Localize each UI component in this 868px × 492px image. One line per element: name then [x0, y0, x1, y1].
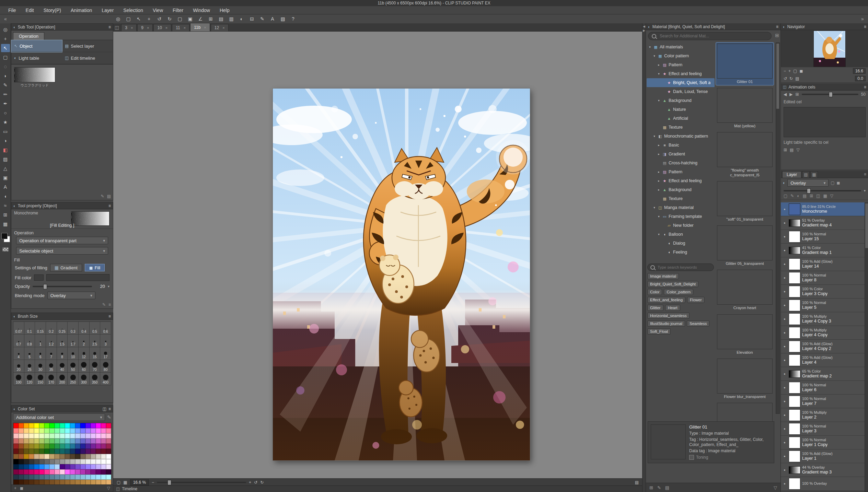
- cel-list-box[interactable]: [784, 107, 866, 137]
- color-swatch[interactable]: [70, 433, 75, 438]
- color-swatch[interactable]: [101, 423, 106, 428]
- visibility-eye-icon[interactable]: [782, 386, 787, 389]
- layer-thumbnail[interactable]: [789, 258, 800, 270]
- color-swatch[interactable]: [13, 454, 19, 459]
- color-swatch[interactable]: [106, 438, 111, 444]
- figure-tool[interactable]: △: [1, 164, 10, 173]
- tree-expand-icon[interactable]: ▾: [657, 233, 661, 236]
- remove-light-table-icon[interactable]: [796, 148, 799, 152]
- color-swatch[interactable]: [65, 438, 70, 444]
- color-swatch[interactable]: [80, 469, 85, 475]
- frame-border-tool[interactable]: ▣: [1, 174, 10, 182]
- visibility-eye-icon[interactable]: [782, 276, 787, 280]
- guide-icon[interactable]: ▥: [227, 15, 235, 23]
- color-swatch[interactable]: [65, 454, 70, 459]
- material-tree-item[interactable]: ▸ Pattern: [647, 60, 715, 69]
- color-swatch[interactable]: [55, 444, 60, 449]
- color-swatch[interactable]: [85, 428, 91, 433]
- brush-size-cell[interactable]: 150: [35, 373, 46, 385]
- navigator-thumbnail[interactable]: [814, 31, 845, 67]
- color-swatch[interactable]: [70, 444, 75, 449]
- visibility-eye-icon[interactable]: [782, 249, 787, 252]
- brush-size-cell[interactable]: 0.4: [79, 322, 89, 334]
- keyword-tag[interactable]: Seamless: [687, 320, 710, 327]
- material-scrollbar[interactable]: [776, 43, 780, 414]
- selection-tool[interactable]: ▢: [1, 53, 10, 61]
- visibility-eye-icon[interactable]: [782, 262, 787, 266]
- layer-scrollbar[interactable]: [865, 202, 868, 492]
- tree-expand-icon[interactable]: ▾: [652, 206, 656, 209]
- visibility-eye-icon[interactable]: [782, 455, 787, 458]
- move-tool[interactable]: +: [1, 35, 10, 43]
- color-swatch[interactable]: [101, 449, 106, 454]
- new-canvas-icon[interactable]: ▢: [124, 15, 132, 23]
- tree-expand-icon[interactable]: ▾: [648, 45, 652, 49]
- color-swatch[interactable]: [96, 454, 101, 459]
- color-swatch[interactable]: [24, 433, 29, 438]
- color-swatch[interactable]: [106, 433, 111, 438]
- undo-icon[interactable]: ↺: [155, 15, 163, 23]
- layer-row[interactable]: 65 % Color Gradient map 2: [781, 367, 865, 381]
- tree-expand-icon[interactable]: ▾: [652, 54, 656, 58]
- color-swatch[interactable]: [60, 433, 65, 438]
- color-swatch[interactable]: [55, 428, 60, 433]
- panel-menu-icon[interactable]: [864, 24, 866, 29]
- color-swatch[interactable]: [13, 433, 19, 438]
- reference-layer-icon[interactable]: [803, 194, 807, 198]
- tab-list-icon[interactable]: [115, 25, 119, 30]
- color-swatch[interactable]: [60, 480, 65, 485]
- color-swatch[interactable]: [106, 444, 111, 449]
- material-tree-item[interactable]: New folder: [647, 221, 715, 230]
- color-swatch[interactable]: [101, 444, 106, 449]
- color-swatch[interactable]: [60, 444, 65, 449]
- brush-size-cell[interactable]: 0.8: [24, 335, 35, 347]
- keyword-tag[interactable]: Glitter: [647, 305, 663, 311]
- nav-rotate-right-icon[interactable]: [789, 76, 793, 81]
- color-swatch[interactable]: [34, 449, 39, 454]
- color-swatch[interactable]: [96, 433, 101, 438]
- subtool-item[interactable]: ◫ Edit timeline: [62, 52, 113, 64]
- brush-size-cell[interactable]: 7: [46, 347, 57, 360]
- color-swatch[interactable]: [49, 449, 55, 454]
- color-swatch[interactable]: [85, 454, 91, 459]
- brush-size-cell[interactable]: 0.25: [57, 322, 68, 334]
- color-swatch[interactable]: [24, 444, 29, 449]
- edit-tool-settings-icon[interactable]: [102, 302, 106, 307]
- color-swatch[interactable]: [44, 423, 49, 428]
- zoom-readout[interactable]: 16.6 %: [130, 479, 149, 485]
- collapse-right-icon[interactable]: [857, 16, 868, 22]
- color-swatch[interactable]: [34, 454, 39, 459]
- color-swatch[interactable]: [96, 459, 101, 464]
- layer-thumbnail[interactable]: [789, 354, 800, 366]
- color-swatch[interactable]: [60, 454, 65, 459]
- color-swatch[interactable]: [80, 454, 85, 459]
- color-swatch[interactable]: [49, 459, 55, 464]
- color-swatch[interactable]: [91, 433, 96, 438]
- color-swatch[interactable]: [65, 459, 70, 464]
- color-swatch[interactable]: [39, 449, 44, 454]
- nav-fit-icon[interactable]: [793, 69, 797, 73]
- visibility-eye-icon[interactable]: [782, 427, 787, 431]
- color-swatch[interactable]: [29, 464, 34, 469]
- onion-skin-icon[interactable]: ⊟: [248, 15, 256, 23]
- color-swatch[interactable]: [96, 444, 101, 449]
- prev-cel-icon[interactable]: [784, 92, 787, 97]
- material-item[interactable]: Crayon heart: [716, 269, 774, 311]
- color-swatch[interactable]: [106, 464, 111, 469]
- visibility-eye-icon[interactable]: [782, 400, 787, 403]
- tree-expand-icon[interactable]: ▸: [657, 170, 661, 174]
- color-swatch[interactable]: [85, 480, 91, 485]
- material-tree-item[interactable]: ▾ Balloon: [647, 230, 715, 239]
- nav-zoom-in-icon[interactable]: [788, 69, 791, 73]
- visibility-eye-icon[interactable]: [782, 331, 787, 335]
- color-swatch[interactable]: [91, 454, 96, 459]
- layer-thumbnail[interactable]: [789, 300, 800, 311]
- tab-close-icon[interactable]: [184, 26, 186, 30]
- tab-close-icon[interactable]: [131, 26, 133, 30]
- color-swatch[interactable]: [19, 428, 24, 433]
- brush-size-cell[interactable]: 70: [90, 360, 100, 372]
- brush-size-cell[interactable]: 35: [46, 360, 57, 372]
- color-swatch[interactable]: [29, 428, 34, 433]
- material-tree-item[interactable]: ▾ Monochromatic pattern: [647, 132, 715, 141]
- color-swatch[interactable]: [13, 459, 19, 464]
